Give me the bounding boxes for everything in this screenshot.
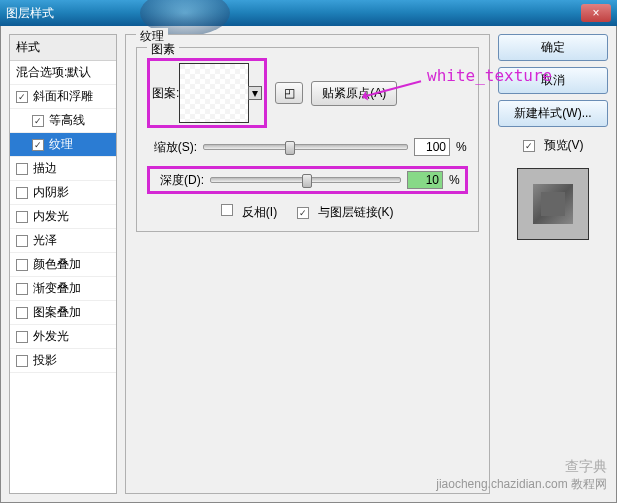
scale-slider[interactable] [203,144,408,150]
snap-origin-button[interactable]: 贴紧原点(A) [311,81,397,106]
pattern-swatch[interactable] [179,63,249,123]
style-item[interactable]: 图案叠加 [10,301,116,325]
depth-value[interactable]: 10 [407,171,443,189]
elements-title: 图素 [147,41,179,58]
depth-row: 深度(D): 10 % [147,166,468,194]
style-item[interactable]: 颜色叠加 [10,253,116,277]
style-checkbox[interactable] [16,355,28,367]
new-pattern-button[interactable]: ◰ [275,82,303,104]
scale-label: 缩放(S): [147,139,197,156]
styles-header: 样式 [10,35,116,61]
dialog-title: 图层样式 [6,5,54,22]
style-checkbox[interactable] [16,187,28,199]
style-checkbox[interactable] [16,163,28,175]
link-checkbox[interactable] [297,207,309,219]
style-label: 内发光 [33,208,69,225]
pattern-label: 图案: [152,85,179,102]
style-checkbox[interactable] [16,331,28,343]
scale-pct: % [456,140,468,154]
style-checkbox[interactable] [32,139,44,151]
style-label: 外发光 [33,328,69,345]
dialog-body: 样式 混合选项:默认 斜面和浮雕等高线纹理描边内阴影内发光光泽颜色叠加渐变叠加图… [0,26,617,503]
styles-list: 样式 混合选项:默认 斜面和浮雕等高线纹理描边内阴影内发光光泽颜色叠加渐变叠加图… [9,34,117,494]
style-checkbox[interactable] [16,259,28,271]
preview-label: 预览(V) [544,137,584,154]
style-label: 等高线 [49,112,85,129]
pattern-row: 图案: ▾ ◰ 贴紧原点(A) [147,58,468,128]
ok-button[interactable]: 确定 [498,34,608,61]
scale-value[interactable]: 100 [414,138,450,156]
blend-label: 混合选项:默认 [16,64,91,81]
invert-option[interactable]: 反相(I) [221,204,277,221]
style-item[interactable]: 内阴影 [10,181,116,205]
scale-row: 缩放(S): 100 % [147,138,468,156]
preview-box [517,168,589,240]
link-option[interactable]: 与图层链接(K) [297,204,393,221]
pattern-highlight: 图案: ▾ [147,58,267,128]
style-item[interactable]: 描边 [10,157,116,181]
blend-options[interactable]: 混合选项:默认 [10,61,116,85]
watermark-cn: 查字典 [436,458,607,476]
style-checkbox[interactable] [16,235,28,247]
invert-checkbox[interactable] [221,204,233,216]
style-checkbox[interactable] [16,307,28,319]
style-label: 投影 [33,352,57,369]
preview-option[interactable]: 预览(V) [498,137,608,154]
style-item[interactable]: 渐变叠加 [10,277,116,301]
link-label: 与图层链接(K) [318,205,394,219]
watermark: 查字典 jiaocheng.chazidian.com 教程网 [436,458,607,493]
elements-group: 图素 图案: ▾ ◰ 贴紧原点(A) white_texture 缩 [136,47,479,232]
close-icon: × [592,6,599,20]
options-row: 反相(I) 与图层链接(K) [147,204,468,221]
close-button[interactable]: × [581,4,611,22]
annotation-text: white_texture [427,66,552,85]
chevron-down-icon: ▾ [252,86,258,100]
style-item[interactable]: 内发光 [10,205,116,229]
pattern-dropdown[interactable]: ▾ [248,86,262,100]
watermark-url: jiaocheng.chazidian.com 教程网 [436,476,607,493]
style-label: 图案叠加 [33,304,81,321]
style-label: 斜面和浮雕 [33,88,93,105]
style-item[interactable]: 等高线 [10,109,116,133]
style-item[interactable]: 投影 [10,349,116,373]
style-item[interactable]: 斜面和浮雕 [10,85,116,109]
preview-thumbnail [533,184,573,224]
style-item[interactable]: 纹理 [10,133,116,157]
depth-pct: % [449,173,461,187]
texture-panel: 纹理 图素 图案: ▾ ◰ 贴紧原点(A) white_texture [125,34,490,494]
invert-label: 反相(I) [242,205,277,219]
style-checkbox[interactable] [32,115,44,127]
titlebar: 图层样式 × [0,0,617,26]
preview-checkbox[interactable] [523,140,535,152]
doc-icon: ◰ [284,86,295,100]
depth-slider[interactable] [210,177,401,183]
right-panel: 确定 取消 新建样式(W)... 预览(V) [498,34,608,494]
style-label: 描边 [33,160,57,177]
depth-label: 深度(D): [154,172,204,189]
new-style-button[interactable]: 新建样式(W)... [498,100,608,127]
style-label: 内阴影 [33,184,69,201]
style-label: 渐变叠加 [33,280,81,297]
style-label: 颜色叠加 [33,256,81,273]
style-label: 纹理 [49,136,73,153]
style-checkbox[interactable] [16,211,28,223]
style-checkbox[interactable] [16,283,28,295]
style-item[interactable]: 外发光 [10,325,116,349]
style-item[interactable]: 光泽 [10,229,116,253]
style-checkbox[interactable] [16,91,28,103]
style-label: 光泽 [33,232,57,249]
